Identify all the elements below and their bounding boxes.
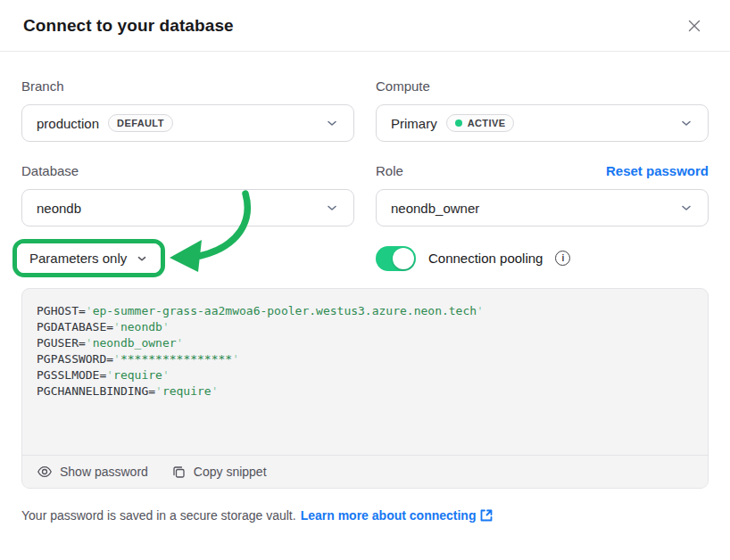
role-value: neondb_owner <box>391 201 479 216</box>
code-line: PGCHANNELBINDING='require' <box>37 383 693 399</box>
copy-icon <box>171 465 187 480</box>
snippet-mode-value: Parameters only <box>29 251 127 266</box>
database-value: neondb <box>37 201 81 216</box>
code-line: PGPASSWORD='****************' <box>37 351 693 367</box>
code-line: PGUSER='neondb_owner' <box>37 335 693 351</box>
role-label-line: Role Reset password <box>376 163 709 178</box>
compute-active-badge: ACTIVE <box>446 114 515 132</box>
row-database-role: Database neondb Role Reset password neon… <box>21 163 709 226</box>
role-label: Role <box>376 163 403 178</box>
dialog-header: Connect to your database <box>0 0 730 52</box>
learn-more-link[interactable]: Learn more about connecting <box>301 508 494 523</box>
compute-value: Primary <box>391 116 437 131</box>
bottom-note: Your password is saved in a secure stora… <box>21 508 709 523</box>
chevron-down-icon <box>325 201 339 215</box>
eye-icon <box>37 464 53 480</box>
info-icon[interactable]: i <box>555 251 570 266</box>
close-icon <box>685 17 703 35</box>
role-field: Role Reset password neondb_owner <box>376 163 709 226</box>
chevron-down-icon <box>325 116 339 130</box>
connection-pooling-toggle[interactable] <box>376 246 416 271</box>
dialog-title: Connect to your database <box>23 16 234 36</box>
chevron-down-icon <box>679 201 693 215</box>
code-line: PGHOST='ep-summer-grass-aa2mwoa6-pooler.… <box>37 303 693 319</box>
reset-password-link[interactable]: Reset password <box>606 163 709 178</box>
connect-database-dialog: Connect to your database Branch producti… <box>0 0 730 560</box>
code-line: PGDATABASE='neondb' <box>37 319 693 335</box>
close-button[interactable] <box>682 13 707 38</box>
role-select[interactable]: neondb_owner <box>376 189 709 226</box>
branch-label: Branch <box>21 78 354 94</box>
copy-snippet-button[interactable]: Copy snippet <box>171 465 267 480</box>
active-status-dot <box>455 119 462 127</box>
database-field: Database neondb <box>21 163 354 226</box>
branch-field: Branch production DEFAULT <box>21 78 354 142</box>
chevron-down-icon <box>679 116 693 130</box>
compute-field: Compute Primary ACTIVE <box>376 78 709 142</box>
annotation-highlight-box: Parameters only <box>12 239 165 277</box>
connection-pooling-label: Connection pooling <box>428 251 543 266</box>
database-label: Database <box>21 163 354 178</box>
vault-note-text: Your password is saved in a secure stora… <box>21 508 296 523</box>
compute-badge-label: ACTIVE <box>468 118 506 128</box>
snippet-mode-select[interactable]: Parameters only <box>17 243 161 273</box>
connection-pooling-row: Connection pooling i <box>376 246 709 271</box>
external-link-icon <box>479 508 494 523</box>
compute-label: Compute <box>376 78 709 94</box>
compute-select[interactable]: Primary ACTIVE <box>376 104 709 142</box>
connection-snippet-box: PGHOST='ep-summer-grass-aa2mwoa6-pooler.… <box>21 288 709 489</box>
row-branch-compute: Branch production DEFAULT Compute Primar… <box>21 78 709 142</box>
branch-default-badge: DEFAULT <box>108 114 173 132</box>
chevron-down-icon <box>136 252 148 265</box>
code-lines: PGHOST='ep-summer-grass-aa2mwoa6-pooler.… <box>22 289 708 455</box>
code-line: PGSSLMODE='require' <box>37 367 693 383</box>
toggle-knob <box>393 248 414 269</box>
branch-value: production <box>37 116 99 131</box>
show-password-button[interactable]: Show password <box>37 464 148 480</box>
show-password-label: Show password <box>60 465 148 479</box>
dialog-body: Branch production DEFAULT Compute Primar… <box>0 52 730 277</box>
learn-more-label: Learn more about connecting <box>301 508 477 523</box>
database-select[interactable]: neondb <box>21 189 354 226</box>
branch-select[interactable]: production DEFAULT <box>21 104 354 142</box>
copy-snippet-label: Copy snippet <box>194 465 267 479</box>
row-mode-pooling: Parameters only Connection pooling i <box>21 239 709 277</box>
snippet-footer: Show password Copy snippet <box>22 455 708 488</box>
